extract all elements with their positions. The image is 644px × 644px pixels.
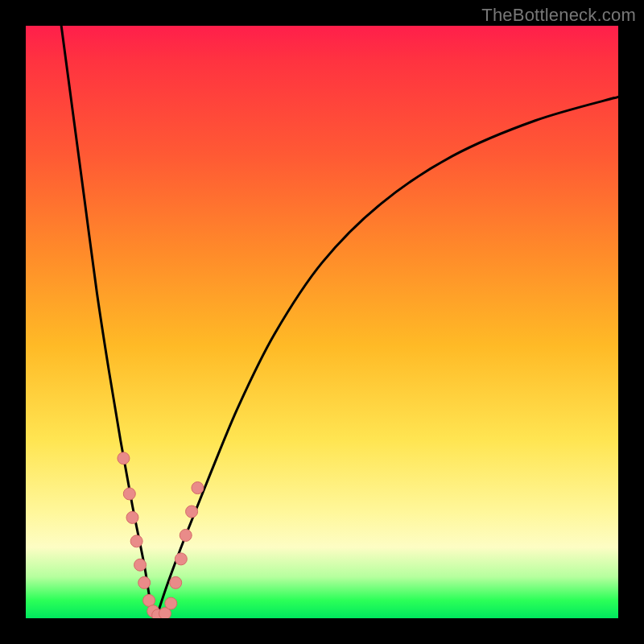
- marker-dot: [123, 488, 135, 500]
- curve-right-curve: [156, 97, 618, 618]
- marker-dot: [138, 576, 151, 588]
- chart-svg: [26, 26, 618, 618]
- marker-dot: [126, 511, 138, 523]
- curve-left-curve: [61, 26, 156, 618]
- marker-dot: [170, 576, 182, 588]
- marker-dot: [180, 529, 192, 541]
- marker-layer: [118, 452, 204, 618]
- marker-dot: [118, 452, 130, 464]
- marker-dot: [165, 597, 177, 609]
- marker-dot: [186, 506, 198, 518]
- marker-dot: [134, 559, 147, 571]
- watermark-label: TheBottleneck.com: [481, 5, 636, 26]
- curve-layer: [61, 26, 618, 618]
- marker-dot: [175, 553, 187, 565]
- plot-area: [26, 26, 618, 618]
- marker-dot: [130, 535, 142, 547]
- marker-dot: [192, 482, 204, 494]
- chart-frame: TheBottleneck.com: [0, 0, 644, 644]
